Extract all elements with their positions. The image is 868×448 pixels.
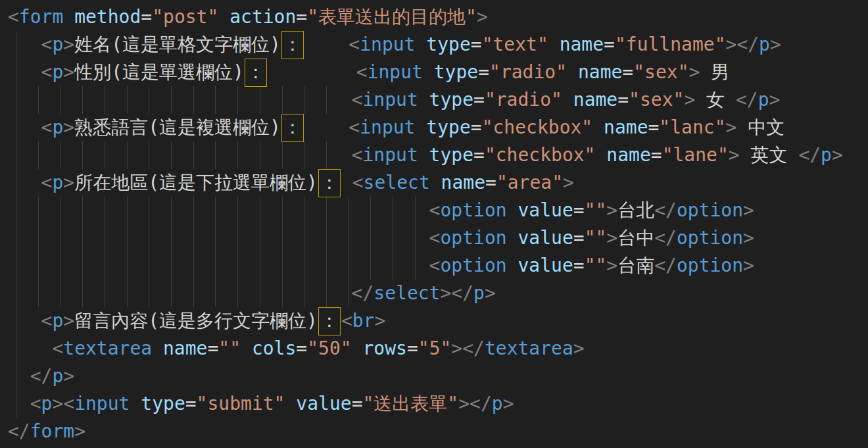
code-text: <textarea name="" cols="50" rows="5"></t… (0, 335, 868, 362)
token-at: type (434, 61, 478, 83)
token-st: "" (218, 337, 241, 359)
token-at: name (441, 172, 485, 193)
token-pn: </ (352, 282, 374, 304)
token-pn: > (769, 89, 781, 111)
code-line-14[interactable]: </p> (0, 362, 868, 390)
token-eq: = (296, 337, 307, 359)
token-pn: </ (798, 144, 821, 166)
token-tx (268, 61, 356, 83)
token-eq: = (471, 116, 482, 138)
token-pn: < (41, 61, 53, 83)
token-st: "text" (482, 34, 548, 55)
token-pn: > (63, 116, 74, 138)
token-pn: < (352, 172, 364, 193)
token-at: type (426, 116, 470, 138)
token-pn: </ (8, 420, 30, 442)
token-st: "checkbox" (485, 144, 596, 166)
code-line-2[interactable]: <p>姓名(這是單格文字欄位)： <input type="text" name… (0, 31, 868, 59)
token-tag: form (30, 420, 74, 442)
token-ind (8, 116, 41, 138)
token-tag: p (52, 172, 63, 193)
token-pn: < (30, 393, 41, 414)
code-line-15[interactable]: <p><input type="submit" value="送出表單"></p… (0, 390, 868, 418)
token-tx (415, 34, 426, 55)
token-pn: > (477, 6, 488, 28)
code-line-7[interactable]: <p>所在地區(這是下拉選單欄位)： <select name="area"> (0, 169, 868, 197)
code-line-11[interactable]: </select></p> (0, 280, 868, 307)
code-line-3[interactable]: <p>性別(這是單選欄位)： <input type="radio" name=… (0, 59, 868, 86)
code-line-10[interactable]: <option value="">台南</option> (0, 252, 868, 280)
token-ind (8, 393, 30, 414)
token-pn: < (41, 34, 53, 55)
token-pn: </ (654, 227, 677, 249)
code-line-13[interactable]: <textarea name="" cols="50" rows="5"></t… (0, 335, 868, 362)
token-pn: </ (736, 34, 759, 55)
token-eq: = (141, 6, 152, 28)
token-tag: input (362, 89, 418, 111)
code-editor[interactable]: <form method="post" action="表單送出的目的地"> <… (0, 0, 868, 448)
code-line-12[interactable]: <p>留言內容(這是多行文字欄位)：<br> (0, 307, 868, 335)
code-text: <p><input type="submit" value="送出表單"></p… (0, 390, 868, 418)
code-text: </form> (0, 418, 868, 445)
code-line-6[interactable]: <input type="checkbox" name="lane"> 英文 <… (0, 141, 868, 169)
token-eq: = (473, 89, 485, 111)
code-line-16[interactable]: </form> (0, 418, 868, 445)
token-tag: option (440, 199, 506, 221)
token-pn: </ (654, 199, 677, 221)
token-tx (567, 61, 578, 83)
token-pn: > (770, 34, 781, 55)
code-text: <p>所在地區(這是下拉選單欄位)： <select name="area"> (0, 169, 868, 197)
token-pn: > (726, 34, 737, 55)
token-eq: = (648, 116, 660, 138)
token-tag: p (821, 144, 832, 166)
code-text: <input type="checkbox" name="lane"> 英文 <… (0, 141, 868, 169)
token-tx (152, 337, 163, 359)
token-pn: </ (462, 337, 485, 359)
code-line-8[interactable]: <option value="">台北</option> (0, 197, 868, 224)
code-line-4[interactable]: <input type="radio" name="sex"> 女 </p> (0, 86, 868, 114)
token-tx (562, 89, 573, 111)
token-at: value (518, 227, 573, 249)
token-tag: p (52, 61, 63, 83)
token-pn: < (349, 34, 360, 55)
token-pn: < (352, 89, 363, 111)
token-st: "" (585, 227, 607, 249)
code-line-1[interactable]: <form method="post" action="表單送出的目的地"> (0, 3, 868, 31)
token-eq: = (651, 144, 662, 166)
token-tx (507, 255, 518, 276)
token-ind (8, 199, 429, 221)
token-at: type (141, 393, 185, 414)
token-at: name (578, 61, 622, 83)
token-pn: < (349, 116, 360, 138)
token-tx: 中文 (736, 116, 784, 138)
token-ind (8, 255, 429, 276)
token-tx (341, 172, 352, 193)
token-eq: = (296, 6, 307, 28)
token-tx (548, 34, 560, 55)
token-st: "fullname" (615, 34, 726, 55)
token-pn: > (743, 199, 754, 221)
code-line-9[interactable]: <option value="">台中</option> (0, 224, 868, 252)
token-pn: </ (30, 365, 53, 387)
token-tx (430, 172, 441, 193)
token-pn: > (606, 255, 617, 276)
code-text: <input type="radio" name="sex"> 女 </p> (0, 86, 868, 114)
token-pn: </ (736, 89, 758, 111)
token-tag: textarea (485, 337, 573, 359)
token-ind (8, 365, 30, 387)
token-ind (8, 227, 429, 249)
token-tx (241, 337, 252, 359)
token-pn: < (8, 6, 19, 28)
token-eq: = (185, 393, 197, 414)
token-at: cols (252, 337, 296, 359)
token-tag: option (440, 255, 506, 276)
token-tag: select (364, 172, 430, 193)
token-tx (130, 393, 141, 414)
token-tag: option (440, 227, 506, 249)
token-tx: 台北 (617, 199, 654, 221)
token-eq: = (573, 227, 585, 249)
token-tx (592, 116, 604, 138)
token-tx (304, 34, 349, 55)
token-pn: < (41, 172, 53, 193)
code-line-5[interactable]: <p>熟悉語言(這是複選欄位)： <input type="checkbox" … (0, 114, 868, 141)
